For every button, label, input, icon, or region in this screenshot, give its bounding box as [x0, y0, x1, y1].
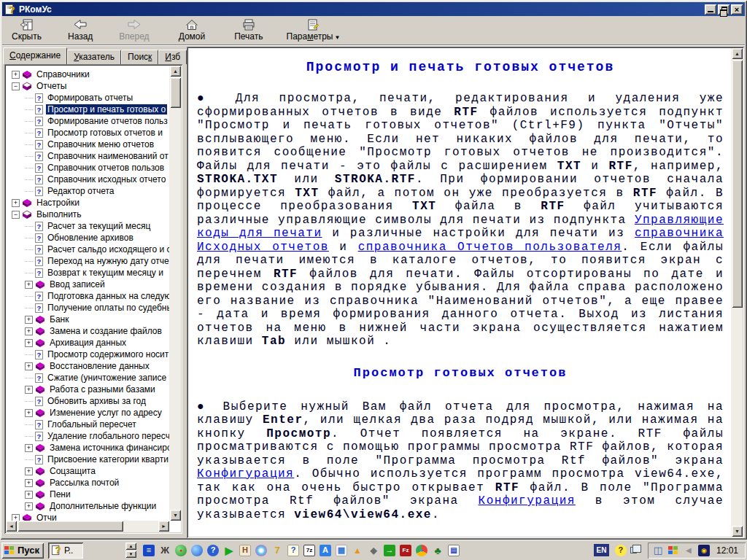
- filezilla-icon[interactable]: Fz: [400, 545, 411, 556]
- scroll-up-icon[interactable]: ▲: [170, 66, 181, 77]
- tree-item-label[interactable]: Рассылка почтой: [48, 478, 120, 488]
- tree-item-label[interactable]: Справочник исходных отчето: [46, 174, 167, 184]
- expand-plus-icon[interactable]: +: [12, 71, 20, 79]
- hex-editor-icon[interactable]: H: [239, 545, 251, 556]
- tree-item-label[interactable]: Обновить архивы за год: [46, 396, 147, 406]
- tree-item-label[interactable]: Удаление глобального пересч: [46, 431, 169, 441]
- language-indicator[interactable]: EN: [594, 544, 609, 556]
- help-bubble-icon[interactable]: ?: [615, 545, 627, 556]
- tree-item-label[interactable]: Работа с разными базами: [48, 384, 157, 394]
- scroll-left-icon[interactable]: ◄: [6, 521, 17, 532]
- collapse-minus-icon[interactable]: −: [12, 82, 20, 90]
- start-button[interactable]: Пуск: [1, 542, 44, 559]
- tree-item-label[interactable]: Банк: [48, 314, 70, 324]
- tree-item-label[interactable]: Справочники: [35, 69, 91, 79]
- tree-item-label[interactable]: Расчет сальдо исходящего и с: [46, 244, 169, 254]
- chrome-icon[interactable]: ●: [416, 545, 427, 556]
- tree-item[interactable]: +Ввод записей: [6, 279, 169, 290]
- tree-app-icon[interactable]: ♣: [432, 545, 444, 556]
- expand-plus-icon[interactable]: +: [25, 467, 33, 475]
- sphere-app-icon[interactable]: ●: [175, 545, 187, 556]
- hide-button[interactable]: Скрыть: [5, 18, 48, 44]
- expand-plus-icon[interactable]: +: [25, 386, 33, 394]
- tree-item[interactable]: +Замена источника финансиро: [6, 442, 169, 454]
- tab-index[interactable]: Указатель: [67, 50, 121, 64]
- tree-item[interactable]: ?Просмотр готовых отчетов и: [6, 127, 169, 139]
- tree-item-label[interactable]: Дополнительные функции: [48, 501, 158, 511]
- tree-item-label[interactable]: Присвоение категории кварти: [46, 454, 169, 464]
- expand-plus-icon[interactable]: +: [25, 444, 33, 452]
- tree-item-label[interactable]: Редактор отчета: [46, 186, 115, 196]
- tree-item-label[interactable]: Справочник наименований от: [46, 151, 169, 161]
- help-doc-icon[interactable]: ?: [287, 545, 299, 556]
- collapse-minus-icon[interactable]: −: [12, 211, 20, 219]
- tree-item[interactable]: −Выполнить: [6, 209, 169, 220]
- scroll-down-icon[interactable]: ▼: [732, 526, 743, 537]
- tree-horizontal-scrollbar[interactable]: ◄ ►: [6, 521, 169, 532]
- content-vertical-scrollbar[interactable]: ▲ ▼: [731, 48, 743, 537]
- tree-item[interactable]: ?Формирование отчетов польз: [6, 115, 169, 127]
- tree-item-label[interactable]: Соцзащита: [48, 466, 97, 476]
- tree-item-label[interactable]: Переход на нужную дату отче: [46, 256, 169, 266]
- task-button-help-window[interactable]: ? Р..: [48, 542, 83, 559]
- tree-item-label[interactable]: Просмотр и печать готовых о: [46, 104, 167, 114]
- forward-button[interactable]: Вперед: [112, 18, 155, 44]
- tree-item[interactable]: +Дополнительные функции: [6, 500, 169, 512]
- tree-item[interactable]: +Пени: [6, 489, 169, 500]
- tree-item[interactable]: ?Справочник наименований от: [6, 150, 169, 162]
- tree-vscroll-thumb[interactable]: [170, 77, 181, 108]
- tab-contents[interactable]: Содержание: [3, 47, 67, 64]
- tree-item[interactable]: ?Просмотр и печать готовых о: [6, 104, 169, 115]
- tree-item-label[interactable]: Получение оплаты по судебны: [46, 303, 169, 313]
- tree-item[interactable]: ?Получение оплаты по судебны: [6, 302, 169, 314]
- color-grid-icon[interactable]: ▦: [336, 545, 347, 556]
- title-bar[interactable]: ? РКомУс ×: [2, 2, 745, 16]
- tree-item[interactable]: ?Справочник меню отчетов: [6, 139, 169, 150]
- desktop-toggle-icon[interactable]: ▼: [630, 545, 642, 556]
- tree-item[interactable]: ?Справочник исходных отчето: [6, 174, 169, 185]
- tab-favorites[interactable]: Изб: [158, 50, 187, 64]
- expand-plus-icon[interactable]: +: [25, 327, 33, 335]
- options-button[interactable]: Параметры▼: [280, 18, 347, 44]
- tree-item[interactable]: −Отчеты: [6, 80, 169, 92]
- tree-item-label[interactable]: Восстановление данных: [48, 361, 151, 371]
- tree-item[interactable]: +Замена и создание файлов: [6, 325, 169, 337]
- tree-item-label[interactable]: Формирование отчетов польз: [46, 116, 169, 126]
- tree-item[interactable]: +Справочники: [6, 69, 169, 80]
- expand-plus-icon[interactable]: +: [12, 514, 20, 521]
- print-button[interactable]: Печать: [228, 18, 269, 44]
- seven-globe-icon[interactable]: 7: [271, 545, 283, 556]
- scroll-up-icon[interactable]: ▲: [732, 48, 743, 59]
- tree-item-label[interactable]: Глобальный пересчет: [46, 419, 138, 429]
- expand-plus-icon[interactable]: +: [25, 409, 33, 417]
- tree-item[interactable]: ?Расчет за текущий месяц: [6, 220, 169, 232]
- scroll-down-icon[interactable]: ▼: [125, 551, 136, 558]
- tree-item[interactable]: ?Просмотр содержимого носит: [6, 349, 169, 360]
- tree-item[interactable]: ?Редактор отчета: [6, 185, 169, 197]
- text-doc-icon[interactable]: ▤: [448, 545, 460, 556]
- restore-button[interactable]: [718, 4, 729, 15]
- reader-app-icon[interactable]: ≡: [143, 545, 155, 556]
- tree-item[interactable]: ?Переход на нужную дату отче: [6, 255, 169, 267]
- letter-a-app-icon[interactable]: A: [320, 545, 331, 556]
- tree-item[interactable]: ?Обновить архивы за год: [6, 395, 169, 407]
- tree-item[interactable]: ?Формировать отчеты: [6, 92, 169, 104]
- expand-plus-icon[interactable]: +: [25, 491, 33, 499]
- scroll-up-icon[interactable]: ▲: [125, 542, 136, 550]
- tree-item-label[interactable]: Формировать отчеты: [46, 93, 134, 103]
- tree-item[interactable]: ?Присвоение категории кварти: [6, 454, 169, 465]
- tree-item[interactable]: +Банк: [6, 314, 169, 325]
- network-tray-icon[interactable]: ◫: [652, 545, 664, 556]
- tree-item[interactable]: ?Сжатие (уничтожение записе: [6, 372, 169, 384]
- tree-item-label[interactable]: Настройки: [35, 198, 81, 208]
- content-link[interactable]: справочника Отчетов пользователя: [358, 241, 622, 254]
- tree-item[interactable]: +Отчи: [6, 512, 169, 521]
- tree-item[interactable]: +Настройки: [6, 197, 169, 209]
- content-link[interactable]: Конфигурация: [197, 467, 294, 481]
- tree-item-label[interactable]: Замена и создание файлов: [48, 326, 163, 336]
- minimize-button[interactable]: [705, 4, 716, 15]
- tree-item-label[interactable]: Замена источника финансиро: [48, 443, 169, 453]
- gear-app-icon[interactable]: Ж: [159, 545, 171, 556]
- expand-plus-icon[interactable]: +: [25, 281, 33, 289]
- wireless-tray-icon[interactable]: ◉: [698, 545, 710, 556]
